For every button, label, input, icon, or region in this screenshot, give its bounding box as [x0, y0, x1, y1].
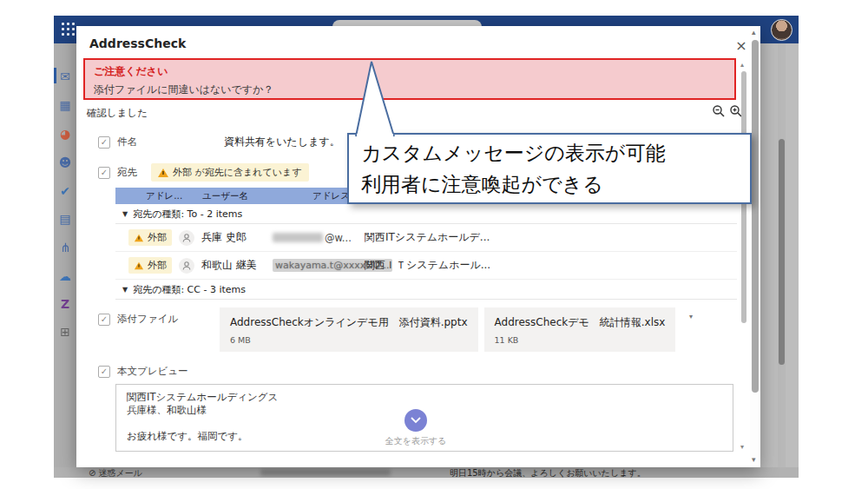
zoom-controls: [712, 104, 743, 118]
redacted-email: [273, 233, 323, 242]
subject-value: 資料共有をいたします。: [224, 135, 340, 149]
recipient-name: 兵庫 史郎: [201, 230, 273, 245]
external-warning-text: 外部 が宛先に含まれています: [173, 166, 302, 179]
junk-mail-label: ⊘ 迷惑メール: [89, 467, 142, 478]
recipients-checkbox[interactable]: [98, 167, 110, 179]
chevron-down-icon: [411, 417, 421, 424]
attachment-name: AddressCheckデモ 統計情報.xlsx: [495, 315, 666, 330]
left-app-rail: ✉ ▦ ◕ ☻ ✔ ▤ ⋔ ☁ Z ⊞: [54, 43, 76, 467]
group-cc[interactable]: ▼ 宛先の種類: CC - 3 items: [115, 280, 737, 300]
attachment-size: 11 KB: [495, 335, 666, 345]
body-preview-text: 関西ITシステムホールディングス 兵庫様、和歌山様 お疲れ様です。福岡です。: [127, 391, 278, 443]
outlook-screen: ✉ ▦ ◕ ☻ ✔ ▤ ⋔ ☁ Z ⊞ ⊘ 迷惑メール 明日15時から会議、よろ…: [54, 16, 799, 478]
callout-line1: カスタムメッセージの表示が可能: [361, 140, 665, 167]
dialog-scrollbar[interactable]: ▴ ▾: [750, 26, 760, 467]
body-preview-label: 本文プレビュー: [117, 365, 188, 378]
group-cc-label: 宛先の種類: CC - 3 items: [133, 283, 246, 296]
app-launcher-icon[interactable]: [62, 23, 76, 36]
apps-grid-icon[interactable]: ⊞: [54, 320, 76, 343]
person-icon: [179, 258, 194, 274]
attachments-row: 添付ファイル: [98, 313, 178, 326]
recipients-table: アドレ... ユーザー名 アドレス ▼ 宛先の種類: To - 2 items …: [115, 188, 737, 300]
purple-app-icon[interactable]: Z: [54, 293, 76, 315]
attachment-cards: AddressCheckオンラインデモ用 添付資料.pptx 6 MB Addr…: [220, 307, 675, 352]
dialog-scrollbar-thumb[interactable]: [752, 40, 759, 393]
calendar-icon[interactable]: ▦: [54, 94, 76, 116]
scroll-up-icon[interactable]: ▴: [752, 28, 756, 36]
chevron-down-icon: ▼: [122, 286, 128, 294]
background-mail-list: ⊘ 迷惑メール 明日15時から会議、よろしくお願いいたします。: [54, 467, 799, 478]
recipients-label: 宛先: [117, 166, 137, 179]
expand-body-button[interactable]: [404, 409, 427, 432]
group-to-label: 宛先の種類: To - 2 items: [133, 208, 242, 221]
page-scrollbar[interactable]: [778, 43, 786, 467]
recipient-name: 和歌山 継美: [201, 258, 273, 273]
attachment-card[interactable]: AddressCheckデモ 統計情報.xlsx 11 KB: [484, 307, 676, 352]
redacted-text: [260, 469, 391, 476]
cloud-icon[interactable]: ☁: [54, 265, 76, 287]
recipient-company: 関西ＩＴシステムホール...: [365, 258, 490, 273]
custom-warning-banner: ご注意ください 添付ファイルに間違いはないですか？: [83, 58, 736, 100]
addresscheck-dialog: AddressCheck × ご注意ください 添付ファイルに間違いはないですか？: [76, 26, 760, 467]
page: ✉ ▦ ◕ ☻ ✔ ▤ ⋔ ☁ Z ⊞ ⊘ 迷惑メール 明日15時から会議、よろ…: [0, 0, 868, 489]
callout-line2: 利用者に注意喚起ができる: [361, 171, 603, 198]
warning-triangle-icon: [158, 169, 168, 177]
recipient-email: wakayama.t@xxxxOO...: [273, 259, 365, 272]
col-username: ユーザー名: [202, 190, 312, 202]
table-row[interactable]: 外部 兵庫 史郎 @w... 関西ITシステムホールデ...: [115, 224, 737, 252]
external-badge: 外部: [128, 229, 172, 246]
todo-check-icon[interactable]: ✔: [54, 180, 76, 202]
group-to[interactable]: ▼ 宛先の種類: To - 2 items: [115, 204, 737, 224]
org-chart-icon[interactable]: ⋔: [54, 236, 76, 259]
page-scrollbar-thumb[interactable]: [779, 139, 785, 365]
dialog-title: AddressCheck: [89, 36, 186, 50]
chevron-down-icon: ▼: [122, 210, 128, 218]
confirmed-label: 確認しました: [87, 107, 148, 120]
attachment-name: AddressCheckオンラインデモ用 添付資料.pptx: [230, 315, 468, 330]
subject-label: 件名: [117, 135, 137, 149]
warning-triangle-icon: [135, 234, 143, 241]
inner-scroll-up-icon[interactable]: ▴: [740, 61, 744, 69]
table-scroll-down-icon[interactable]: ▾: [689, 313, 693, 320]
banner-title: ご注意ください: [94, 64, 168, 79]
recipient-email: @w...: [273, 232, 365, 244]
external-badge: 外部: [128, 257, 172, 274]
attachment-card[interactable]: AddressCheckオンラインデモ用 添付資料.pptx 6 MB: [220, 307, 478, 352]
warning-triangle-icon: [135, 261, 143, 269]
expand-body-label[interactable]: 全文を表示する: [359, 435, 472, 447]
subject-row: 件名 資料共有をいたします。: [98, 135, 340, 149]
annotation-callout: カスタムメッセージの表示が可能 利用者に注意喚起ができる: [347, 133, 752, 204]
scroll-down-icon[interactable]: ▾: [752, 455, 756, 464]
attachments-label: 添付ファイル: [117, 313, 178, 326]
attachments-checkbox[interactable]: [98, 314, 110, 326]
table-row[interactable]: 外部 和歌山 継美 wakayama.t@xxxxOO... 関西ＩＴシステムホ…: [115, 252, 737, 280]
body-preview-checkbox[interactable]: [98, 366, 110, 378]
people-icon[interactable]: ☻: [54, 151, 76, 174]
office-icon[interactable]: ◕: [54, 122, 76, 145]
user-avatar[interactable]: [771, 19, 792, 41]
callout-tail: [352, 59, 404, 137]
inner-scroll-down-icon[interactable]: ▾: [740, 443, 744, 451]
background-mail-snippet: 明日15時から会議、よろしくお願いいたします。: [450, 467, 646, 478]
mail-icon[interactable]: ✉: [54, 65, 76, 88]
recipients-row: 宛先 外部 が宛先に含まれています: [98, 163, 309, 182]
recipient-company: 関西ITシステムホールデ...: [365, 230, 490, 245]
banner-message: 添付ファイルに間違いはないですか？: [94, 83, 273, 97]
body-preview-box: 関西ITシステムホールディングス 兵庫様、和歌山様 お疲れ様です。福岡です。 全…: [115, 384, 733, 452]
notebook-icon[interactable]: ▤: [54, 208, 76, 230]
zoom-out-icon[interactable]: [712, 104, 726, 118]
attachment-size: 6 MB: [230, 335, 468, 345]
subject-checkbox[interactable]: [98, 136, 110, 149]
person-icon: [179, 230, 194, 246]
body-preview-row: 本文プレビュー: [98, 365, 188, 378]
close-icon[interactable]: ×: [733, 36, 750, 54]
col-addressbook: アドレ...: [146, 190, 202, 202]
external-warning-badge: 外部 が宛先に含まれています: [151, 163, 309, 182]
